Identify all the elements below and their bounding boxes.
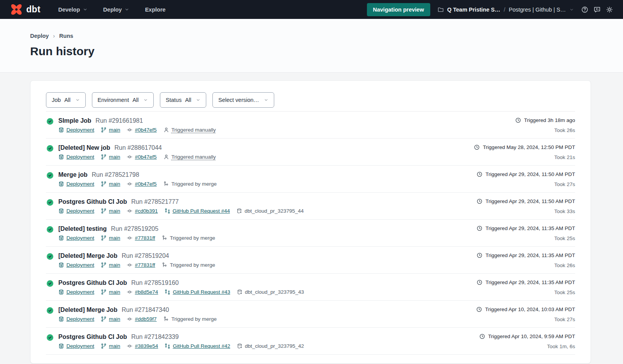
commit-link[interactable]: #0b47ef5 [127,127,156,133]
pull-request-link[interactable]: GitHub Pull Request #42 [165,343,230,349]
run-status-success-icon [47,199,53,206]
schema-icon [237,343,243,349]
environment-link[interactable]: Deployment [58,154,94,160]
nav-menu-label: Deploy [103,7,122,13]
branch-link[interactable]: main [101,289,120,295]
commit-link[interactable]: #ddb59f7 [127,316,156,322]
filter-status[interactable]: StatusAll [160,92,206,108]
chevron-down-icon [75,98,80,102]
run-row[interactable]: Merge jobRun #278521798Deploymentmain#0b… [46,166,575,193]
environment-link[interactable]: Deployment [58,343,94,349]
trigger-manual: Triggered manually [163,127,216,133]
commit-link[interactable]: #3839e54 [127,343,158,349]
environment-icon [58,154,64,160]
nav-menu-develop[interactable]: Develop [58,7,88,13]
commit-link[interactable]: #77831ff [127,235,155,241]
navigation-preview-button[interactable]: Navigation preview [367,3,430,16]
run-row[interactable]: [Deleted] Merge JobRun #271847340Deploym… [46,301,575,328]
git-commit-icon [127,262,132,268]
commit-link[interactable]: #0b47ef5 [127,154,156,160]
filter-version-label: Select version… [218,97,259,103]
help-icon [581,6,588,13]
clock-icon [479,334,485,339]
run-number: Run #278519205 [111,225,158,232]
dbt-logo[interactable]: dbt [10,3,41,16]
run-row[interactable]: [Deleted] Merge JobRun #278519204Deploym… [46,247,575,274]
settings-button[interactable] [606,6,613,13]
breadcrumb-deploy[interactable]: Deploy [30,33,49,39]
pull-request-link-label: GitHub Pull Request #42 [173,343,230,349]
run-row[interactable]: SImple JobRun #291661981Deploymentmain#0… [46,112,575,139]
clock-icon [474,144,480,150]
commit-link[interactable]: #77831ff [127,262,155,268]
branch-link[interactable]: main [101,262,120,268]
run-row[interactable]: Postgres Github CI JobRun #271842339Depl… [46,328,575,355]
branch-link[interactable]: main [101,316,120,322]
branch-link[interactable]: main [101,154,120,160]
branch-link-label: main [109,127,120,133]
environment-link[interactable]: Deployment [58,316,94,322]
job-name: [Deleted] Merge Job [58,252,117,259]
environment-link[interactable]: Deployment [58,181,94,187]
commit-link-label: #0b47ef5 [135,181,156,187]
filter-job[interactable]: JobAll [46,92,86,108]
trigger-label: Triggered by merge [171,316,217,322]
run-row[interactable]: [Deleted] testingRun #278519205Deploymen… [46,220,575,247]
triggered-time: Triggered May 28, 2024, 12:50 PM PDT [483,144,575,150]
filter-environment[interactable]: EnvironmentAll [92,92,154,108]
pull-request-icon [165,289,170,295]
pull-request-link[interactable]: GitHub Pull Request #43 [165,289,230,295]
commit-link[interactable]: #cd0b391 [127,208,158,214]
branch-link[interactable]: main [101,127,120,133]
chevron-down-icon [83,7,88,12]
chevron-down-icon [196,98,200,102]
branch-link[interactable]: main [101,208,120,214]
job-name: Merge job [58,171,88,178]
filter-version[interactable]: Select version… [212,92,274,108]
clock-icon [476,306,482,312]
branch-link[interactable]: main [101,181,120,187]
run-status-success-icon [47,334,53,341]
trigger-label: Triggered by merge [170,262,215,268]
environment-link[interactable]: Deployment [58,262,94,268]
pull-request-link-label: GitHub Pull Request #44 [173,208,230,214]
run-status-success-icon [47,172,53,179]
branch-link[interactable]: main [101,343,120,349]
git-branch-icon [101,154,107,160]
help-button[interactable] [581,6,588,13]
environment-link[interactable]: Deployment [58,289,94,295]
environment-link[interactable]: Deployment [58,127,94,133]
environment-icon [58,289,64,295]
pull-request-link[interactable]: GitHub Pull Request #44 [165,208,230,214]
commit-link[interactable]: #0b47ef5 [127,181,156,187]
git-commit-icon [127,208,132,214]
commit-link-label: #b8d5e74 [135,289,158,295]
breadcrumb-runs[interactable]: Runs [59,33,73,39]
feedback-button[interactable] [594,6,601,13]
environment-icon [58,262,64,268]
git-merge-icon [163,316,169,322]
run-row[interactable]: Postgres Github CI JobRun #278521777Depl… [46,193,575,220]
job-name: [Deleted] testing [58,225,107,232]
filter-job-label: Job [52,97,61,103]
run-duration: Took 21s [474,154,575,160]
trigger-merge: Triggered by merge [163,316,217,322]
page-header: Deploy › Runs Run history [0,19,623,73]
triggered-time: Triggered Apr 10, 2024, 10:03 AM PDT [485,306,575,312]
nav-menu-deploy[interactable]: Deploy [103,7,129,13]
environment-link[interactable]: Deployment [58,208,94,214]
run-number: Run #271847340 [122,306,169,313]
pull-request-link-label: GitHub Pull Request #43 [173,289,230,295]
environment-link[interactable]: Deployment [58,235,94,241]
run-row[interactable]: [Deleted] New jobRun #288617044Deploymen… [46,139,575,166]
clock-icon [515,117,521,123]
run-timing: Triggered Apr 29, 2024, 11:50 AM PDTTook… [477,171,575,187]
commit-link[interactable]: #b8d5e74 [127,289,158,295]
project-breadcrumb[interactable]: Q Team Pristine S… / Postgres | Github |… [438,7,574,13]
branch-link[interactable]: main [101,235,120,241]
main-content: JobAllEnvironmentAllStatusAllSelect vers… [0,73,623,364]
run-row[interactable]: Postgres Github CI JobRun #278519160Depl… [46,274,575,301]
nav-menu-explore[interactable]: Explore [145,7,165,13]
navbar-right: Navigation preview Q Team Pristine S… / … [367,3,613,16]
git-branch-icon [101,235,107,241]
